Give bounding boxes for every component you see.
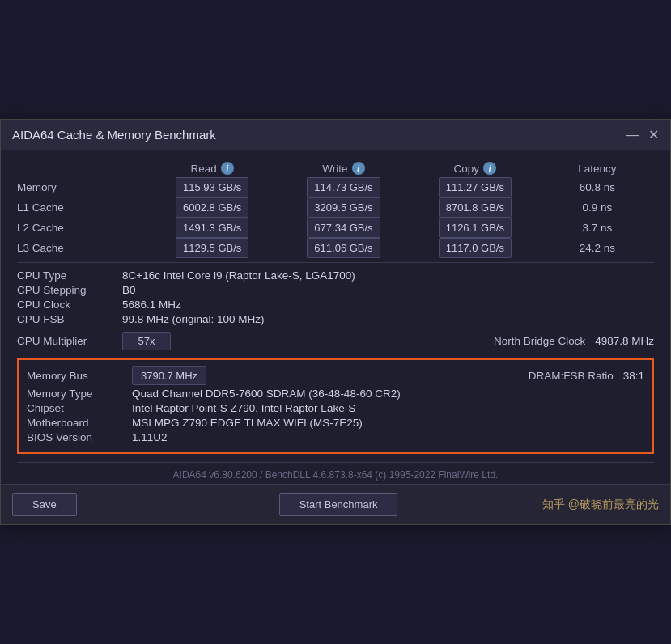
- write-value: 677.34 GB/s: [278, 222, 409, 234]
- north-bridge-section: North Bridge Clock 4987.8 MHz: [494, 335, 654, 347]
- highlight-label: Motherboard: [27, 417, 132, 429]
- highlight-value: MSI MPG Z790 EDGE TI MAX WIFI (MS-7E25): [132, 417, 363, 429]
- copy-info-icon[interactable]: i: [483, 162, 496, 175]
- row-label: Memory: [17, 181, 147, 193]
- highlight-info-row: Chipset Intel Raptor Point-S Z790, Intel…: [27, 402, 644, 414]
- close-button[interactable]: ✕: [648, 129, 659, 142]
- column-headers: Read i Write i Copy i Latency: [17, 162, 654, 178]
- benchmark-rows: Memory 115.93 GB/s 114.73 GB/s 111.27 GB…: [17, 181, 654, 254]
- bottom-bar: Save Start Benchmark 知乎 @破晓前最亮的光: [1, 484, 670, 524]
- row-label: L2 Cache: [17, 222, 147, 234]
- read-value: 6002.8 GB/s: [147, 201, 278, 214]
- dram-fsb-value: 38:1: [623, 370, 644, 382]
- write-value: 3209.5 GB/s: [278, 201, 409, 214]
- row-label: L3 Cache: [17, 242, 147, 254]
- memory-bus-label: Memory Bus: [27, 370, 132, 382]
- read-column-header: Read i: [147, 162, 278, 175]
- cpu-multiplier-label: CPU Multiplier: [17, 335, 122, 347]
- highlight-label: Chipset: [27, 402, 132, 414]
- info-label: CPU Clock: [17, 299, 122, 311]
- footer-text: AIDA64 v6.80.6200 / BenchDLL 4.6.873.8-x…: [17, 462, 654, 484]
- latency-value: 0.9 ns: [541, 201, 654, 214]
- start-benchmark-button[interactable]: Start Benchmark: [279, 493, 398, 516]
- divider-1: [17, 262, 654, 263]
- copy-value: 8701.8 GB/s: [410, 201, 541, 214]
- highlight-info-row: BIOS Version 1.11U2: [27, 431, 644, 443]
- main-window: AIDA64 Cache & Memory Benchmark — ✕ Read…: [0, 119, 671, 525]
- table-row: L3 Cache 1129.5 GB/s 611.06 GB/s 1117.0 …: [17, 242, 654, 254]
- highlight-value: Intel Raptor Point-S Z790, Intel Raptor …: [132, 402, 355, 414]
- copy-value: 1117.0 GB/s: [410, 242, 541, 254]
- cpu-info-section: CPU Type 8C+16c Intel Core i9 (Raptor La…: [17, 269, 654, 325]
- copy-column-header: Copy i: [410, 162, 541, 175]
- minimize-button[interactable]: —: [626, 129, 639, 142]
- window-title: AIDA64 Cache & Memory Benchmark: [12, 128, 216, 142]
- cpu-multiplier-row: CPU Multiplier 57x North Bridge Clock 49…: [17, 332, 654, 350]
- read-value: 1491.3 GB/s: [147, 222, 278, 234]
- save-button[interactable]: Save: [12, 493, 77, 516]
- read-value: 115.93 GB/s: [147, 181, 278, 193]
- latency-value: 3.7 ns: [541, 222, 654, 234]
- watermark: 知乎 @破晓前最亮的光: [542, 498, 659, 512]
- highlighted-info-rows: Memory Type Quad Channel DDR5-7600 SDRAM…: [27, 388, 644, 443]
- highlight-label: BIOS Version: [27, 431, 132, 443]
- memory-bus-row: Memory Bus 3790.7 MHz DRAM:FSB Ratio 38:…: [27, 366, 644, 385]
- write-info-icon[interactable]: i: [352, 162, 365, 175]
- latency-value: 24.2 ns: [541, 242, 654, 254]
- info-row: CPU Type 8C+16c Intel Core i9 (Raptor La…: [17, 269, 654, 282]
- memory-bus-value: 3790.7 MHz: [132, 366, 206, 385]
- highlight-section: Memory Bus 3790.7 MHz DRAM:FSB Ratio 38:…: [17, 358, 654, 454]
- window-controls: — ✕: [626, 129, 659, 142]
- cpu-multiplier-value: 57x: [122, 332, 171, 350]
- info-label: CPU Stepping: [17, 284, 122, 296]
- info-row: CPU Clock 5686.1 MHz: [17, 299, 654, 311]
- info-value: 8C+16c Intel Core i9 (Raptor Lake-S, LGA…: [122, 269, 355, 282]
- table-row: L2 Cache 1491.3 GB/s 677.34 GB/s 1126.1 …: [17, 222, 654, 234]
- row-label: L1 Cache: [17, 201, 147, 214]
- read-info-icon[interactable]: i: [221, 162, 234, 175]
- write-value: 114.73 GB/s: [278, 181, 409, 193]
- latency-value: 60.8 ns: [541, 181, 654, 193]
- table-row: L1 Cache 6002.8 GB/s 3209.5 GB/s 8701.8 …: [17, 201, 654, 214]
- north-bridge-label: North Bridge Clock: [494, 335, 585, 347]
- info-value: 99.8 MHz (original: 100 MHz): [122, 313, 265, 325]
- info-row: CPU FSB 99.8 MHz (original: 100 MHz): [17, 313, 654, 325]
- info-label: CPU Type: [17, 269, 122, 282]
- info-value: 5686.1 MHz: [122, 299, 181, 311]
- highlight-value: 1.11U2: [132, 431, 168, 443]
- dram-fsb-section: DRAM:FSB Ratio 38:1: [529, 370, 644, 382]
- highlight-value: Quad Channel DDR5-7600 SDRAM (36-48-48-6…: [132, 388, 401, 400]
- north-bridge-value: 4987.8 MHz: [595, 335, 654, 347]
- title-bar: AIDA64 Cache & Memory Benchmark — ✕: [1, 120, 670, 150]
- write-value: 611.06 GB/s: [278, 242, 409, 254]
- highlight-info-row: Motherboard MSI MPG Z790 EDGE TI MAX WIF…: [27, 417, 644, 429]
- content-area: Read i Write i Copy i Latency Memory 115…: [1, 150, 670, 484]
- highlight-info-row: Memory Type Quad Channel DDR5-7600 SDRAM…: [27, 388, 644, 400]
- dram-fsb-label: DRAM:FSB Ratio: [529, 370, 614, 382]
- copy-value: 111.27 GB/s: [410, 181, 541, 193]
- read-value: 1129.5 GB/s: [147, 242, 278, 254]
- highlight-label: Memory Type: [27, 388, 132, 400]
- write-column-header: Write i: [278, 162, 409, 175]
- table-row: Memory 115.93 GB/s 114.73 GB/s 111.27 GB…: [17, 181, 654, 193]
- info-row: CPU Stepping B0: [17, 284, 654, 296]
- copy-value: 1126.1 GB/s: [410, 222, 541, 234]
- info-label: CPU FSB: [17, 313, 122, 325]
- info-value: B0: [122, 284, 136, 296]
- latency-column-header: Latency: [541, 162, 654, 175]
